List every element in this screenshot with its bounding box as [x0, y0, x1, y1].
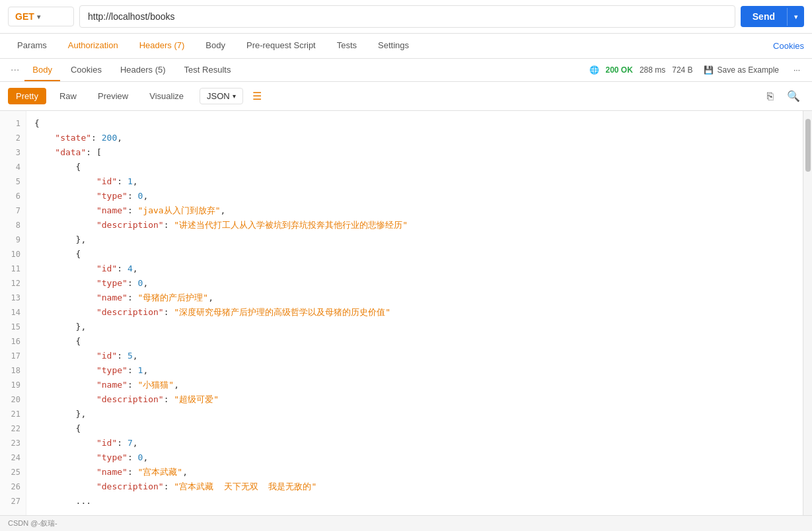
line-number: 20: [3, 392, 20, 407]
code-line: ...: [34, 494, 795, 509]
token-num-val: 4: [128, 264, 133, 273]
json-format-select[interactable]: JSON ▾: [200, 88, 243, 104]
token-plain: [34, 394, 96, 404]
response-size: 724 B: [672, 65, 692, 75]
code-line: "description": "超级可爱": [34, 392, 795, 407]
token-punc: {: [34, 423, 81, 433]
search-icon[interactable]: 🔍: [783, 87, 804, 105]
sidebar-dots-icon[interactable]: ···: [8, 59, 22, 81]
token-punc: {: [34, 162, 81, 172]
code-line: {: [34, 334, 795, 349]
token-key: "name": [96, 205, 128, 215]
token-punc: :: [164, 220, 174, 230]
code-line: "description": "讲述当代打工人从入学被坑到弃坑投奔其他行业的悲惨…: [34, 218, 795, 232]
line-number: 12: [3, 276, 20, 291]
tab-pre-request[interactable]: Pre-request Script: [237, 34, 325, 58]
token-punc: },: [34, 322, 86, 332]
token-punc: :: [128, 467, 138, 477]
token-str-val: "超级可爱": [174, 394, 219, 404]
token-plain: [34, 191, 96, 201]
code-line: "name": "小猫猫",: [34, 378, 795, 392]
format-pretty-button[interactable]: Pretty: [8, 88, 46, 104]
resp-tab-headers[interactable]: Headers (5): [112, 59, 174, 81]
line-number: 8: [3, 218, 20, 232]
format-raw-button[interactable]: Raw: [52, 88, 85, 104]
method-label: GET: [15, 11, 34, 22]
line-number: 21: [3, 407, 20, 421]
format-row: Pretty Raw Preview Visualize JSON ▾ ☰ ⎘ …: [0, 82, 812, 111]
json-format-label: JSON: [207, 91, 230, 101]
token-key: "id": [96, 264, 117, 273]
line-number: 5: [3, 174, 20, 189]
tab-headers[interactable]: Headers (7): [130, 34, 194, 58]
more-options-icon[interactable]: ···: [790, 63, 804, 77]
line-number: 2: [3, 131, 20, 145]
code-content[interactable]: { "state": 200, "data": [ { "id": 1, "ty…: [26, 111, 803, 531]
line-number: 19: [3, 378, 20, 392]
resp-tab-body[interactable]: Body: [24, 59, 60, 81]
token-punc: ,: [143, 452, 148, 462]
code-line: },: [34, 320, 795, 334]
send-label: Send: [741, 6, 787, 27]
token-plain: [34, 147, 55, 157]
code-line: {: [34, 247, 795, 262]
line-number: 26: [3, 479, 20, 494]
scrollbar-track[interactable]: [803, 111, 812, 531]
tab-params[interactable]: Params: [8, 34, 56, 58]
token-punc: :: [128, 293, 138, 302]
resp-tab-cookies[interactable]: Cookies: [63, 59, 110, 81]
token-key: "state": [55, 133, 91, 143]
token-str-val: "母猪的产后护理": [138, 293, 209, 302]
line-number: 14: [3, 305, 20, 320]
response-tabs-row: ··· Body Cookies Headers (5) Test Result…: [0, 59, 812, 82]
token-punc: :: [128, 205, 138, 215]
tab-body[interactable]: Body: [196, 34, 235, 58]
save-example-button[interactable]: 💾 Save as Example: [700, 63, 783, 77]
code-line: "data": [: [34, 145, 795, 160]
token-key: "type": [96, 365, 128, 375]
send-button[interactable]: Send ▾: [741, 6, 804, 27]
copy-icon[interactable]: ⎘: [763, 88, 778, 105]
code-line: "id": 5,: [34, 349, 795, 363]
token-punc: :: [117, 351, 128, 361]
format-visualize-button[interactable]: Visualize: [141, 88, 192, 104]
line-numbers: 1234567891011121314151617181920212223242…: [0, 111, 26, 531]
format-preview-button[interactable]: Preview: [90, 88, 136, 104]
request-bar: GET ▾ Send ▾: [0, 0, 812, 34]
token-key: "description": [96, 394, 164, 404]
token-plain: [34, 293, 96, 302]
save-example-label: Save as Example: [718, 65, 779, 75]
cookies-link[interactable]: Cookies: [773, 34, 804, 57]
tab-tests[interactable]: Tests: [328, 34, 366, 58]
url-input[interactable]: [79, 5, 735, 28]
filter-icon[interactable]: ☰: [248, 88, 266, 104]
token-num-val: 7: [128, 438, 133, 448]
resp-tab-test-results[interactable]: Test Results: [176, 59, 239, 81]
token-punc: ...: [34, 496, 91, 506]
token-punc: ,: [182, 467, 188, 477]
code-line: "id": 1,: [34, 174, 795, 189]
token-plain: [34, 438, 96, 448]
code-line: "id": 4,: [34, 262, 795, 276]
code-line: {: [34, 421, 795, 436]
line-number: 15: [3, 320, 20, 334]
method-select[interactable]: GET ▾: [8, 7, 74, 26]
token-punc: :: [128, 380, 138, 390]
line-number: 17: [3, 349, 20, 363]
line-number: 23: [3, 436, 20, 450]
token-plain: [34, 380, 96, 390]
tab-settings[interactable]: Settings: [369, 34, 418, 58]
line-number: 3: [3, 145, 20, 160]
send-dropdown-icon[interactable]: ▾: [787, 8, 804, 26]
token-punc: {: [34, 249, 81, 259]
scrollbar-thumb[interactable]: [805, 119, 811, 172]
token-punc: {: [34, 118, 40, 128]
token-punc: ,: [143, 191, 148, 201]
token-key: "id": [96, 351, 117, 361]
token-punc: :: [128, 452, 138, 462]
token-plain: [34, 481, 96, 491]
token-plain: [34, 452, 96, 462]
tab-authorization[interactable]: Authorization: [59, 34, 128, 58]
token-punc: ,: [143, 278, 148, 288]
token-key: "description": [96, 220, 164, 230]
